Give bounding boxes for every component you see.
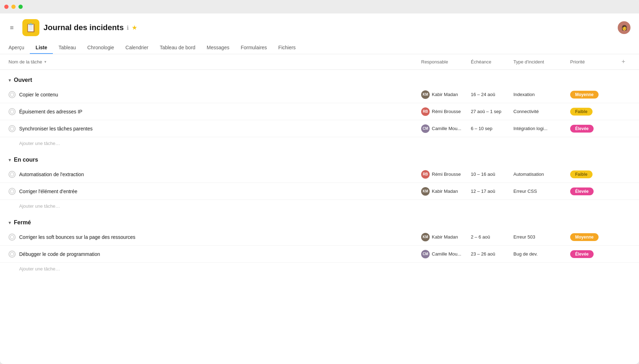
priority-badge: Élevée	[570, 125, 594, 133]
svg-point-3	[10, 173, 14, 176]
table-row[interactable]: Copier le contenu KM Kabir Madan 16 – 24…	[0, 86, 639, 103]
priority-badge: Faible	[570, 108, 593, 116]
tab-formulaires[interactable]: Formulaires	[235, 42, 272, 54]
sections-container: ▾ Ouvert Copier le contenu KM Kabir Mada…	[0, 70, 639, 275]
priority-badge: Moyenne	[570, 91, 599, 99]
app-icon: 📋	[22, 19, 39, 36]
check-icon	[10, 93, 14, 97]
task-due-cell: 10 – 16 aoû	[471, 172, 513, 177]
section-header-ouvert[interactable]: ▾ Ouvert	[0, 70, 639, 86]
task-name-label: Automatisation de l'extraction	[19, 172, 84, 177]
minimize-button[interactable]	[11, 5, 16, 9]
column-headers: Nom de la tâche ▾ Responsable Échéance T…	[0, 54, 639, 70]
add-column-button[interactable]: +	[616, 58, 630, 66]
task-responsible-cell: KM Kabir Madan	[421, 233, 471, 241]
priority-badge: Élevée	[570, 250, 594, 258]
svg-point-4	[10, 190, 14, 193]
info-icon[interactable]: ℹ	[127, 24, 129, 31]
task-name-cell: Corriger les soft bounces sur la page de…	[9, 234, 421, 241]
table-row[interactable]: Automatisation de l'extraction RB Rémi B…	[0, 166, 639, 183]
avatar: RB	[421, 170, 430, 179]
task-name-label: Copier le contenu	[19, 92, 58, 97]
task-name-cell: Copier le contenu	[9, 91, 421, 98]
page-title: Journal des incidents	[44, 23, 124, 32]
hamburger-menu-button[interactable]: ≡	[9, 23, 15, 33]
section-title: En cours	[14, 157, 38, 163]
priority-badge: Moyenne	[570, 233, 599, 241]
table-row[interactable]: Épuisement des adresses IP RB Rémi Brous…	[0, 103, 639, 120]
section-header-ferme[interactable]: ▾ Fermé	[0, 212, 639, 229]
task-priority-cell: Faible	[570, 108, 616, 116]
check-icon	[10, 189, 14, 194]
tab-apercu[interactable]: Aperçu	[9, 42, 30, 54]
task-due-cell: 12 – 17 aoû	[471, 189, 513, 194]
task-responsible-cell: KM Kabir Madan	[421, 187, 471, 196]
task-name-label: Corriger les soft bounces sur la page de…	[19, 234, 136, 240]
table-row[interactable]: Synchroniser les tâches parentes CM Cami…	[0, 120, 639, 137]
task-type-cell: Intégration logi...	[513, 126, 570, 131]
avatar: CM	[421, 250, 430, 258]
close-button[interactable]	[4, 5, 9, 9]
task-checkbox[interactable]	[9, 171, 16, 178]
favorite-star-icon[interactable]: ★	[132, 24, 137, 32]
tab-fichiers[interactable]: Fichiers	[272, 42, 301, 54]
responsible-name: Rémi Brousse	[432, 172, 461, 177]
table-row[interactable]: Corriger l'élément d'entrée KM Kabir Mad…	[0, 183, 639, 200]
task-name-label: Débugger le code de programmation	[19, 251, 100, 257]
add-task-button-en-cours[interactable]: Ajouter une tâche…	[0, 200, 639, 212]
task-checkbox[interactable]	[9, 188, 16, 195]
task-priority-cell: Moyenne	[570, 91, 616, 99]
task-responsible-cell: CM Camille Mou...	[421, 250, 471, 258]
avatar[interactable]: 👩	[618, 21, 630, 34]
check-icon	[10, 252, 14, 256]
maximize-button[interactable]	[18, 5, 23, 9]
task-name-label: Corriger l'élément d'entrée	[19, 189, 77, 194]
task-responsible-cell: RB Rémi Brousse	[421, 107, 471, 116]
avatar: KM	[421, 90, 430, 99]
check-icon	[10, 110, 14, 114]
section-en-cours: ▾ En cours Automatisation de l'extractio…	[0, 150, 639, 212]
section-ouvert: ▾ Ouvert Copier le contenu KM Kabir Mada…	[0, 70, 639, 150]
responsible-name: Kabir Madan	[432, 92, 458, 97]
task-type-cell: Indexation	[513, 92, 570, 97]
col-header-priority: Priorité	[570, 59, 616, 65]
tab-tableau[interactable]: Tableau	[53, 42, 82, 54]
task-priority-cell: Faible	[570, 170, 616, 178]
tab-calendrier[interactable]: Calendrier	[120, 42, 154, 54]
task-responsible-cell: KM Kabir Madan	[421, 90, 471, 99]
svg-point-5	[10, 235, 14, 239]
avatar: RB	[421, 107, 430, 116]
table-row[interactable]: Débugger le code de programmation CM Cam…	[0, 246, 639, 263]
responsible-name: Camille Mou...	[432, 251, 461, 257]
task-checkbox[interactable]	[9, 125, 16, 132]
section-title: Fermé	[14, 219, 31, 226]
tab-bar: Aperçu Liste Tableau Chronologie Calendr…	[9, 42, 630, 54]
col-header-task[interactable]: Nom de la tâche ▾	[9, 59, 421, 65]
task-checkbox[interactable]	[9, 234, 16, 241]
avatar: KM	[421, 187, 430, 196]
task-due-cell: 23 – 26 aoû	[471, 251, 513, 257]
task-priority-cell: Moyenne	[570, 233, 616, 241]
task-priority-cell: Élevée	[570, 187, 616, 195]
main-content: Nom de la tâche ▾ Responsable Échéance T…	[0, 54, 639, 275]
tab-liste[interactable]: Liste	[30, 42, 53, 54]
table-row[interactable]: Corriger les soft bounces sur la page de…	[0, 229, 639, 246]
add-task-button-ferme[interactable]: Ajouter une tâche…	[0, 263, 639, 275]
add-task-button-ouvert[interactable]: Ajouter une tâche…	[0, 137, 639, 150]
task-due-cell: 16 – 24 aoû	[471, 92, 513, 97]
task-checkbox[interactable]	[9, 251, 16, 258]
task-checkbox[interactable]	[9, 108, 16, 115]
section-header-en-cours[interactable]: ▾ En cours	[0, 150, 639, 166]
tab-chronologie[interactable]: Chronologie	[82, 42, 120, 54]
tab-tableau-de-bord[interactable]: Tableau de bord	[154, 42, 201, 54]
tab-messages[interactable]: Messages	[201, 42, 235, 54]
check-icon	[10, 172, 14, 177]
priority-badge: Faible	[570, 170, 593, 178]
task-due-cell: 27 aoû – 1 sep	[471, 109, 513, 114]
task-name-cell: Épuisement des adresses IP	[9, 108, 421, 115]
task-checkbox[interactable]	[9, 91, 16, 98]
responsible-name: Kabir Madan	[432, 189, 458, 194]
avatar: CM	[421, 124, 430, 133]
responsible-name: Camille Mou...	[432, 126, 461, 131]
svg-point-1	[10, 110, 14, 113]
